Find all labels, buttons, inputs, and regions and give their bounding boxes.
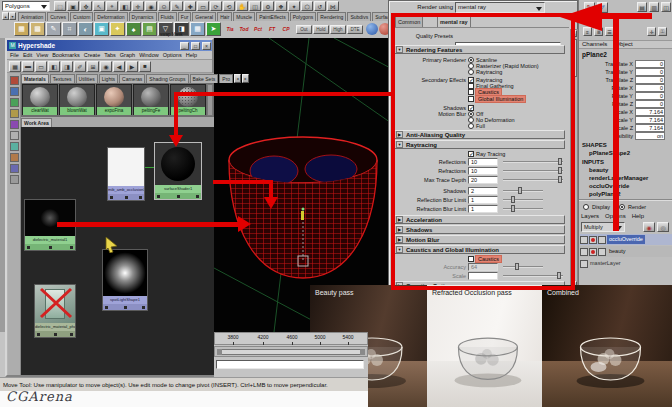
hypershade-toolbar-icon[interactable]: ◉	[100, 61, 112, 72]
tab-shading-groups[interactable]: Shading Groups	[146, 74, 188, 83]
shelf-icon[interactable]: ◐	[78, 22, 93, 36]
input-node[interactable]: renderLayerManager	[589, 175, 671, 183]
shelf-script-icon[interactable]: CP	[280, 24, 292, 35]
channel-box-menu[interactable]: Channels	[582, 41, 607, 48]
shelf-mini-button[interactable]: DTE	[347, 25, 363, 34]
shelf-mini-button[interactable]: Hold	[313, 25, 329, 34]
shelf-tab[interactable]: Rendering	[317, 12, 346, 21]
render-radio[interactable]	[619, 204, 625, 210]
channel-value-field[interactable]: on	[635, 132, 665, 140]
shelf-script-icon[interactable]: FT	[266, 24, 278, 35]
input-node[interactable]: beauty	[589, 167, 671, 175]
shelf-mini-button[interactable]: Out	[296, 25, 312, 34]
channel-value-field[interactable]: 0	[635, 68, 665, 76]
toolbar-icon[interactable]: ⟲	[223, 1, 235, 11]
input-node[interactable]: polyPlane2	[589, 191, 671, 199]
input-node[interactable]: occluOverride	[589, 183, 671, 191]
display-radio[interactable]	[583, 204, 589, 210]
work-area[interactable]: mib_amb_occlusion1 surfaceShader1 dielec…	[21, 127, 214, 375]
close-button[interactable]: ×	[202, 42, 211, 50]
toolbar-icon[interactable]: ↺	[314, 1, 326, 11]
hypershade-toolbar-icon[interactable]: ◀	[113, 61, 125, 72]
layer-row[interactable]: beauty	[580, 246, 672, 257]
toolbar-icon[interactable]: ⟳	[210, 1, 222, 11]
range-handle[interactable]	[217, 349, 222, 355]
minimize-button[interactable]: _	[180, 42, 189, 50]
swatch-scrollbar[interactable]	[207, 84, 213, 116]
shelf-tab[interactable]: PaintEffects	[256, 12, 289, 21]
hypershade-menu[interactable]: Create	[84, 52, 101, 58]
shelf-mini-button[interactable]: High	[330, 25, 346, 34]
shelf-tab[interactable]: Subdivs	[347, 12, 371, 21]
hypershade-menu[interactable]: Options	[163, 52, 182, 58]
toolbar-icon[interactable]: ✦	[288, 1, 300, 11]
panel-layout-icon[interactable]: ◫	[661, 2, 671, 12]
shelf-tab[interactable]: Curves	[47, 12, 69, 21]
material-swatch[interactable]: peltingFe	[133, 84, 169, 115]
shelf-script-icon[interactable]: Tia	[224, 24, 236, 35]
toolbar-icon[interactable]: ⊙	[158, 1, 170, 11]
toolbar-icon[interactable]: ⬡	[301, 1, 313, 11]
shelf-icon[interactable]: ▩	[30, 22, 45, 36]
node-footer[interactable]	[25, 244, 75, 250]
shelf-icon[interactable]: ♠	[126, 22, 141, 36]
tab-bake-sets[interactable]: Bake Sets	[190, 74, 219, 83]
menu-set-dropdown[interactable]: Polygons	[2, 1, 50, 11]
toolbar-icon[interactable]: ✋	[236, 1, 248, 11]
toolbar-icon[interactable]: ✚	[184, 1, 196, 11]
hypershade-menu[interactable]: Bookmarks	[52, 52, 80, 58]
hypershade-toolbar-icon[interactable]: ▶	[126, 61, 138, 72]
panel-layout-icon[interactable]: ▤	[637, 2, 647, 12]
time-slider[interactable]: 3800 4200 4600 5000 5400	[214, 332, 368, 345]
channel-value-field[interactable]: 0	[635, 100, 665, 108]
create-bar-swatch[interactable]	[10, 153, 19, 162]
manipulator-icon[interactable]: ✛	[647, 27, 656, 36]
channel-value-field[interactable]: 0	[635, 76, 665, 84]
shape-name[interactable]: pPlaneShape2	[589, 150, 630, 157]
node-mib-amb-occlusion[interactable]: mib_amb_occlusion1	[107, 147, 145, 201]
hypershade-toolbar-icon[interactable]: ⊞	[87, 61, 99, 72]
create-bar-swatch[interactable]	[10, 109, 19, 118]
channel-value-field[interactable]: 0	[635, 84, 665, 92]
maximize-button[interactable]: □	[191, 42, 200, 50]
material-swatch[interactable]: blownWat	[59, 84, 95, 115]
node-footer[interactable]	[108, 194, 144, 200]
hypershade-menu[interactable]: File	[10, 52, 19, 58]
layer-color-swatch[interactable]	[598, 236, 606, 244]
channel-value-field[interactable]: 0	[635, 60, 665, 68]
hypershade-menu[interactable]: Window	[139, 52, 159, 58]
shelf-tab[interactable]: General	[192, 12, 216, 21]
hypershade-toolbar-icon[interactable]: ◧	[48, 61, 60, 72]
toolbar-icon[interactable]: ◫	[249, 1, 261, 11]
create-bar-swatch[interactable]	[10, 164, 19, 173]
shelf-tab[interactable]: Fluids	[158, 12, 177, 21]
range-slider[interactable]	[214, 346, 368, 357]
shelf-icon[interactable]: ▤	[142, 22, 157, 36]
render-using-dropdown[interactable]: mental ray	[455, 2, 545, 13]
key-icon[interactable]: ⚿	[658, 27, 667, 36]
shelf-tab[interactable]: Polygons	[290, 12, 317, 21]
toolbar-icon[interactable]: ⬚	[54, 1, 66, 11]
shelf-icon[interactable]: ✦	[110, 22, 125, 36]
material-swatch[interactable]: expoFina	[96, 84, 132, 115]
panel-layout-icon[interactable]: ▥	[649, 2, 659, 12]
tab-cameras[interactable]: Cameras	[119, 74, 145, 83]
toolbar-icon[interactable]: ✥	[80, 1, 92, 11]
shelf-icon[interactable]: ➤	[206, 22, 221, 36]
range-slider-bar[interactable]	[217, 349, 365, 355]
tab-materials[interactable]: Materials	[21, 74, 49, 83]
toolbar-icon[interactable]: ❖	[275, 1, 287, 11]
shelf-arrow-up-icon[interactable]: ▴	[2, 12, 9, 20]
shelf-icon[interactable]: ▦	[190, 22, 205, 36]
create-bar-swatch[interactable]	[10, 98, 19, 107]
tab-lights[interactable]: Lights	[99, 74, 118, 83]
toolbar-icon[interactable]: ◉	[145, 1, 157, 11]
material-swatch[interactable]: clearWat	[22, 84, 58, 115]
toolbar-icon[interactable]: ▣	[67, 1, 79, 11]
hypershade-toolbar-icon[interactable]: ▦	[9, 61, 21, 72]
create-bar-swatch[interactable]	[10, 87, 19, 96]
new-layer-icon[interactable]: ◉	[643, 222, 655, 232]
create-bar-swatch[interactable]	[10, 142, 19, 151]
shelf-tab[interactable]: Deformation	[94, 12, 127, 21]
toolbar-icon[interactable]: ✛	[132, 1, 144, 11]
